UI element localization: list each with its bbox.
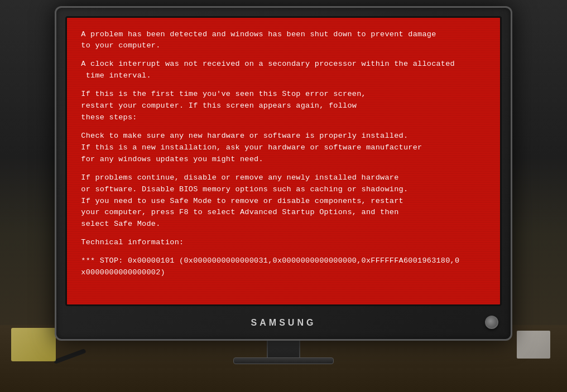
bsod-text-line4: Check to make sure any new hardware or s… <box>81 130 486 166</box>
bsod-text-line5: If problems continue, disable or remove … <box>81 172 486 231</box>
monitor-bottom-bezel: SAMSUNG <box>56 306 511 337</box>
desk-item-left <box>11 328 56 361</box>
bsod-text-line2: A clock interrupt was not received on a … <box>81 59 486 82</box>
power-button[interactable] <box>485 316 498 329</box>
bsod-text-line7: *** STOP: 0x00000101 (0x0000000000000031… <box>81 255 486 279</box>
monitor-stand-neck <box>267 341 300 357</box>
desk-item-right <box>517 331 550 359</box>
screen-bezel: A problem has been detected and windows … <box>65 16 501 306</box>
monitor-stand-base <box>233 357 334 364</box>
bsod-text-line6: Technical information: <box>81 237 486 249</box>
bsod-text-line3: If this is the first time you've seen th… <box>81 89 486 124</box>
bsod-text-line1: A problem has been detected and windows … <box>81 29 486 52</box>
bsod-screen: A problem has been detected and windows … <box>67 18 499 304</box>
monitor: A problem has been detected and windows … <box>55 6 512 341</box>
brand-label: SAMSUNG <box>251 318 316 328</box>
